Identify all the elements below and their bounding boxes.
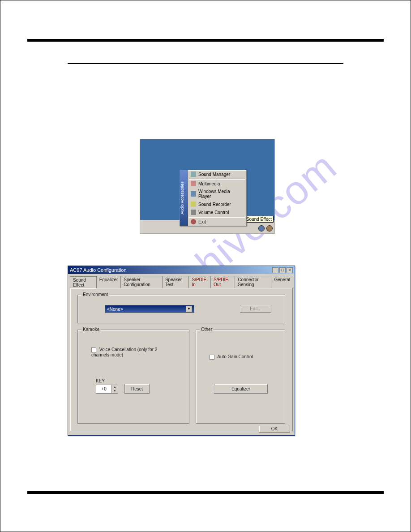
agc-checkbox[interactable] [210, 355, 214, 360]
chevron-down-icon: ▼ [186, 306, 192, 312]
wmp-icon [191, 191, 196, 197]
menu-item-label: Windows Media Player [198, 189, 244, 199]
menu-item-label: Sound Manager [198, 172, 230, 177]
header-rule-thin [68, 63, 343, 64]
tab-panel: Environment <None> ▼ Edit... Karaoke Voi… [70, 288, 293, 431]
tray-audio-icon[interactable] [258, 225, 265, 232]
tab-spdif-out[interactable]: S/PDIF-Out [210, 276, 235, 288]
reset-button[interactable]: Reset [124, 384, 150, 394]
volume-control-icon [191, 210, 196, 215]
group-environment-legend: Environment [81, 292, 109, 297]
tab-equalizer[interactable]: Equalizer [96, 276, 121, 288]
dialog-title: AC97 Audio Configuration [70, 267, 127, 273]
tab-general[interactable]: General [271, 276, 293, 288]
menu-item-label: Sound Recorder [198, 202, 231, 207]
document-page: manualshive.com Sound Effect Audio Acces… [0, 0, 411, 532]
menu-item-sound-manager[interactable]: Sound Manager [188, 170, 246, 178]
environment-selected-value: <None> [107, 307, 123, 312]
menu-item-volume-control[interactable]: Volume Control [188, 208, 246, 216]
key-value: +0 [96, 385, 111, 393]
tab-connector-sensing[interactable]: Connector Sensing [235, 276, 271, 288]
edit-button[interactable]: Edit... [240, 305, 271, 313]
spinner-up-icon[interactable]: ▲ [111, 385, 118, 389]
voice-cancel-checkbox[interactable] [91, 348, 96, 352]
multimedia-icon [191, 181, 196, 186]
exit-icon [191, 219, 196, 224]
equalizer-button[interactable]: Equalizer [214, 384, 268, 394]
group-karaoke: Karaoke Voice Cancellation (only for 2 c… [77, 330, 189, 424]
tray-misc-icon[interactable] [266, 225, 273, 232]
tray-screenshot: Sound Effect Audio Accessories Sound Man… [140, 139, 274, 233]
tray-context-menu: Audio Accessories Sound Manager Multimed… [180, 170, 247, 226]
agc-row: Auto Gain Control [210, 354, 253, 360]
group-other-legend: Other [200, 327, 214, 332]
spinner-down-icon[interactable]: ▼ [111, 389, 118, 393]
menu-item-wmp[interactable]: Windows Media Player [188, 188, 246, 200]
tab-spdif-in[interactable]: S/PDIF-In [188, 276, 211, 288]
sound-manager-icon [191, 172, 196, 177]
tab-sound-effect[interactable]: Sound Effect [70, 276, 97, 288]
sound-recorder-icon [191, 202, 196, 207]
minimize-button[interactable]: _ [272, 267, 278, 273]
menu-item-exit[interactable]: Exit [188, 218, 246, 226]
key-spinner[interactable]: +0 ▲ ▼ [96, 385, 118, 394]
group-karaoke-legend: Karaoke [81, 327, 101, 332]
menu-items: Sound Manager Multimedia Windows Media P… [188, 170, 246, 226]
titlebar-buttons: _ □ × [272, 267, 293, 273]
key-label: KEY [96, 378, 105, 383]
menu-item-multimedia[interactable]: Multimedia [188, 180, 246, 188]
maximize-button[interactable]: □ [279, 267, 286, 273]
menu-sidebar-label: Audio Accessories [180, 170, 188, 226]
voice-cancel-row: Voice Cancellation (only for 2 channels … [91, 347, 172, 357]
voice-cancel-label: Voice Cancellation (only for 2 channels … [91, 347, 157, 357]
group-environment: Environment <None> ▼ Edit... [77, 295, 285, 323]
footer-rule-thick [27, 491, 384, 494]
header-rule-thick [27, 39, 384, 42]
tab-speaker-test[interactable]: Speaker Test [162, 276, 189, 288]
ac97-dialog: AC97 Audio Configuration _ □ × Sound Eff… [68, 266, 295, 436]
dialog-titlebar: AC97 Audio Configuration _ □ × [68, 266, 295, 274]
tab-strip: Sound Effect Equalizer Speaker Configura… [68, 274, 295, 288]
close-button[interactable]: × [287, 267, 293, 273]
tray-tooltip: Sound Effect [244, 216, 274, 223]
menu-item-sound-recorder[interactable]: Sound Recorder [188, 200, 246, 208]
ok-button[interactable]: OK [259, 425, 290, 433]
environment-select[interactable]: <None> ▼ [105, 305, 194, 313]
menu-item-label: Exit [198, 219, 206, 224]
spinner-arrows: ▲ ▼ [111, 385, 118, 393]
agc-label: Auto Gain Control [217, 354, 253, 359]
menu-item-label: Volume Control [198, 210, 229, 215]
tab-speaker-configuration[interactable]: Speaker Configuration [120, 276, 163, 288]
menu-item-label: Multimedia [198, 181, 220, 186]
group-other: Other Auto Gain Control Equalizer [196, 330, 285, 424]
menu-separator [189, 217, 245, 217]
system-tray [258, 225, 273, 232]
menu-separator [189, 179, 245, 179]
